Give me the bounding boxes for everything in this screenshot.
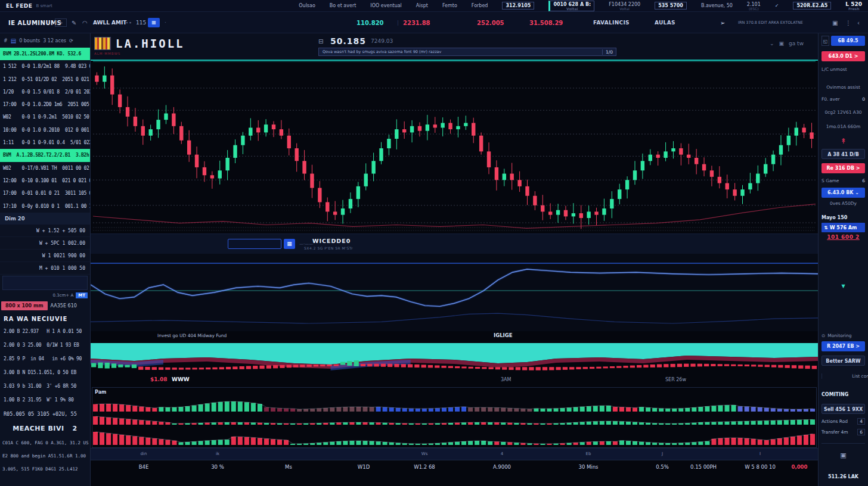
watchlist-row[interactable]: W02 0-0 1 0-9.2m1 5010 02 50 xyxy=(0,111,90,123)
nav-item[interactable]: L 520Fresh xyxy=(845,1,862,10)
footer-col-value[interactable]: 0.15 00PH xyxy=(690,464,717,470)
position-row[interactable]: 2.00 0 3 25.00 0/1W 1 93 EB xyxy=(0,338,90,352)
hash-icon[interactable]: # xyxy=(4,38,8,43)
nav-item[interactable]: 0010 628 A B:Voltai xyxy=(548,1,594,11)
menu-favalincis[interactable]: FAVALINCIS xyxy=(593,20,630,26)
more-icon[interactable]: ⋮ xyxy=(845,19,851,26)
watchlist-row[interactable]: BVM 2B.2L.2SL200.8M KO. 532.6 xyxy=(0,48,90,60)
footer-col-value[interactable]: 0.5% xyxy=(656,464,669,470)
refresh-icon[interactable]: ⟳ xyxy=(69,38,73,43)
action-button[interactable]: Better SARW xyxy=(822,356,865,366)
indicator-button[interactable]: ▦ xyxy=(148,18,160,27)
buy-button[interactable]: 6.43.0 BK ⌄ xyxy=(822,188,865,198)
candlestick-chart[interactable] xyxy=(91,60,818,233)
position-row[interactable]: 2.85 9 P in 04 in +6 0% 90 xyxy=(0,352,90,366)
footer-col-value[interactable]: 30 % xyxy=(211,464,224,470)
watchlist-row[interactable]: 10:00 0-0 1.0 0.2010 012 0 001 50 xyxy=(0,124,90,136)
order-entry-input[interactable] xyxy=(228,239,281,249)
nav-item[interactable]: B.avenue, 50 xyxy=(701,3,733,8)
histogram-panel[interactable]: Pam xyxy=(92,387,817,448)
nav-item[interactable]: Forbed xyxy=(472,3,488,8)
nav-item[interactable]: IOO eventual xyxy=(370,3,401,8)
alert-value-link[interactable]: 101 600 2 xyxy=(822,234,865,240)
nav-item[interactable]: Bo et avert xyxy=(330,3,356,8)
nav-item[interactable]: Femto xyxy=(442,3,457,8)
window-icon[interactable]: ▣ xyxy=(822,451,865,459)
nav-item[interactable]: Aispt xyxy=(416,3,428,8)
watchlist-row[interactable]: 1/20 0-0 1.5 0/01 8 2/0 01 202 050 xyxy=(0,86,90,98)
nav-item[interactable]: 2.101(ESC) xyxy=(747,2,761,10)
nav-item[interactable]: F10434 2200Voltai xyxy=(609,2,640,10)
menu-aulas[interactable]: AULAS xyxy=(655,20,675,26)
mt-badge[interactable]: MT xyxy=(76,292,88,298)
footer-col-value[interactable]: W1.2 68 xyxy=(414,464,435,470)
footer-col-value[interactable]: W 5 8 00 10 xyxy=(745,464,776,470)
dim-row[interactable]: M + 010 1 000 50 xyxy=(0,262,90,275)
watchlist-row[interactable]: 17:00 0-01 0.01 0 21 3011 105 050 xyxy=(0,187,90,200)
sell-button[interactable]: 643.0 D1 > xyxy=(822,51,865,61)
oscillator-panel[interactable] xyxy=(91,254,818,331)
dim-section-header[interactable]: Dim 20 xyxy=(0,213,90,225)
action-button[interactable]: A 38 41 D/B xyxy=(822,149,865,159)
symbol-name[interactable]: IE ALUMINUMS xyxy=(8,19,61,26)
nav-item[interactable]: 535 5700 xyxy=(655,2,687,10)
arc-tool-icon[interactable]: ◠ xyxy=(82,19,88,26)
interval-value[interactable]: 115 xyxy=(136,20,146,26)
dim-row[interactable]: W + 1.52 + 505 00 xyxy=(0,225,90,237)
sidebar-keyvalue-box[interactable]: Transfer 4m6 xyxy=(822,429,865,435)
tool-select[interactable]: AWLL AMIT xyxy=(93,20,127,26)
folder-icon[interactable]: ▤ xyxy=(11,38,16,44)
watchlist-row[interactable]: 12:00 0-10 0.100 01 021 0 021 00 xyxy=(0,175,90,187)
footer-col-value[interactable]: Ms xyxy=(285,464,292,470)
nav-item[interactable]: 312.9105 xyxy=(502,2,534,10)
cursor-tool-icon[interactable]: ➢ xyxy=(720,19,725,26)
footer-col-value[interactable]: A.9000 xyxy=(493,464,511,470)
footer-col-label: din xyxy=(141,451,147,456)
sidebar-keyvalue-box[interactable]: Actions Rod4 xyxy=(822,418,865,425)
order-entry-button[interactable]: ▦ xyxy=(284,239,295,249)
buy-button[interactable]: 6B 49.5 xyxy=(831,36,865,46)
sidebar-keyvalue: S Game6 xyxy=(822,178,865,183)
footer-col-value[interactable]: 30 Mins xyxy=(578,464,598,470)
up-arrow-icon[interactable]: ↟ xyxy=(822,137,865,145)
draw-tool-icon[interactable]: ✎ xyxy=(72,19,76,26)
size-button[interactable]: 800 x 100 mm xyxy=(1,301,48,310)
sell-button[interactable]: Re 316 DB > xyxy=(822,163,865,173)
watchlist-row[interactable]: 1 212 0-51 01/2D 02 2051 0 021 001 xyxy=(0,73,90,86)
watchlist-row[interactable]: 1:11 0-0 1 0-9.01 0.4 5/01 022 001 xyxy=(0,136,90,149)
window-icon[interactable]: ▣ xyxy=(832,19,838,26)
nav-item[interactable]: Oulsao xyxy=(299,3,315,8)
dim-row[interactable]: W + 5PC 1 002.00 xyxy=(0,237,90,250)
panel-icon[interactable]: ◱ xyxy=(822,36,829,46)
info-tooltip-counter[interactable]: 1/0 xyxy=(602,49,616,55)
nav-item-sub: Voltai xyxy=(553,7,591,10)
collapse-icon[interactable]: ‹ xyxy=(857,19,860,26)
layout-icon[interactable]: ▣ xyxy=(779,40,785,46)
watchlist-row[interactable]: W02 0-1T/0.VB1 TH 0011 00 02 xyxy=(0,162,90,175)
position-row[interactable]: 1.00 B 2 31.95 W' 1 9% 80 xyxy=(0,393,90,407)
kv-value: 6 xyxy=(857,429,865,435)
watchlist-row[interactable]: BVM A.1.2B.5B2.T2.2/2.B1 3.B2h xyxy=(0,149,90,161)
position-row[interactable]: 3.03 9 b 31.00 3' +6 8R 50 xyxy=(0,379,90,393)
watchlist-row[interactable]: 17:10 0-0y 0.010 0 1 001.1 00 10 xyxy=(0,200,90,213)
selected-order-row[interactable]: ⇅W 576 Am xyxy=(822,223,865,232)
watchlist-row[interactable]: 1 512 0-0 1.B/2m1 88 9.4B 023 052 xyxy=(0,60,90,73)
order-input-box[interactable] xyxy=(2,276,88,290)
add-symbol-button[interactable]: + xyxy=(55,18,67,27)
buy-button[interactable]: R 2047 EB > xyxy=(822,341,865,351)
chevron-down-icon[interactable]: ⌄ xyxy=(770,40,774,46)
ribbon-panel[interactable] xyxy=(91,341,818,374)
position-row[interactable]: 3.00 B N D15.1.051, 0 50 EB xyxy=(0,366,90,379)
footer-col-value[interactable]: W1D xyxy=(358,464,370,470)
dim-row[interactable]: W 1 0021 900 00 xyxy=(0,250,90,262)
action-button[interactable]: Sell 456 1 9XX xyxy=(822,404,865,414)
position-row[interactable]: 2.00 B 22.937 H 1 A 0.01 50 xyxy=(0,325,90,338)
footer-col-value[interactable]: B4E xyxy=(139,464,149,470)
nav-item[interactable]: 520R.E2.A5 xyxy=(793,2,831,10)
scroll-marker-icon[interactable]: ▼ xyxy=(822,284,865,289)
monitoring-row[interactable]: ⊙Monitoring xyxy=(822,333,865,338)
watchlist-row[interactable]: 17:00 0-0 1.0.2D0 1m6 2051 005 021 xyxy=(0,98,90,111)
footer-col-value[interactable]: 0,000 xyxy=(792,464,808,470)
chart-main: ALM·MMBWS LA.HIOLL ⊟ 50.185 7249.03 Qova… xyxy=(91,33,818,486)
nav-item[interactable]: ✓ xyxy=(775,3,779,8)
